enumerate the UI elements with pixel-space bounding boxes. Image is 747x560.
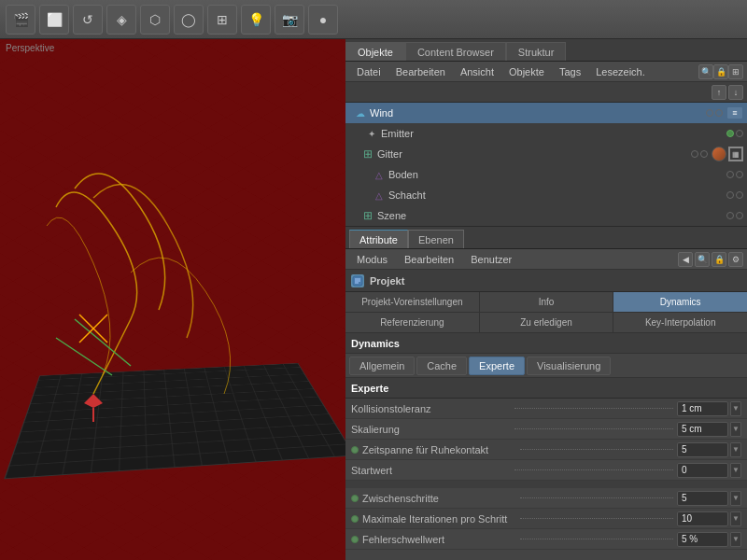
subtab-info[interactable]: Info <box>480 292 614 312</box>
kollisionstoleranz-input[interactable] <box>677 401 728 416</box>
lock-icon[interactable]: 🔒 <box>713 64 728 79</box>
emitter-icon: ✦ <box>364 126 379 141</box>
zeitspanne-indicator <box>351 446 359 454</box>
dot1 <box>726 212 734 219</box>
back-button[interactable]: ◀ <box>678 252 693 267</box>
overflow-button[interactable]: ≡ <box>726 106 743 119</box>
obj-row-wind[interactable]: ☁ Wind ≡ <box>345 103 747 123</box>
szene-name: Szene <box>377 210 723 221</box>
obj-row-schacht[interactable]: △ Schacht <box>345 185 747 205</box>
skalierung-arrow[interactable]: ▼ <box>730 422 741 437</box>
dot2 <box>736 171 743 178</box>
tab-ebenen[interactable]: Ebenen <box>408 230 464 248</box>
obj-up-button[interactable]: ↑ <box>712 85 726 100</box>
viewport[interactable]: Perspektive <box>0 39 345 560</box>
toolbar-camera-icon[interactable]: 📷 <box>275 5 304 35</box>
zwischenschritte-arrow[interactable]: ▼ <box>730 491 741 506</box>
menu-bearbeiten[interactable]: Bearbeiten <box>388 64 453 79</box>
zwischenschritte-input[interactable] <box>677 491 728 506</box>
menu-objekte[interactable]: Objekte <box>501 64 552 79</box>
toolbar-circle-icon[interactable]: ◯ <box>174 5 204 35</box>
menu-bar: Datei Bearbeiten Ansicht Objekte Tags Le… <box>345 62 747 82</box>
zeitspanne-input[interactable] <box>677 442 728 457</box>
viewport-label: Perspektive <box>6 43 54 53</box>
wind-name: Wind <box>370 107 702 119</box>
toolbar-hex-icon[interactable]: ⬡ <box>140 5 170 35</box>
toolbar-film-icon[interactable]: 🎬 <box>6 5 35 35</box>
toolbar-cube-icon[interactable]: ⬜ <box>39 5 69 35</box>
dyn-tab-experte[interactable]: Experte <box>469 357 525 375</box>
max-iterationen-indicator <box>351 515 359 523</box>
experte-title: Experte <box>351 383 388 394</box>
toolbar-diamond-icon[interactable]: ◈ <box>106 5 136 35</box>
right-panel: Objekte Content Browser Struktur Datei B… <box>345 39 747 560</box>
fehlerschwellwert-input[interactable] <box>677 532 728 547</box>
search-icon[interactable]: 🔍 <box>698 64 713 79</box>
gitter-dots <box>691 150 708 158</box>
ref-key-interpolation[interactable]: Key-Interpolation <box>613 313 747 332</box>
attr-settings-icon[interactable]: ⚙ <box>728 252 743 267</box>
obj-row-gitter[interactable]: ⊞ Gitter ▦ <box>345 144 747 164</box>
attr-bearbeiten[interactable]: Bearbeiten <box>397 252 461 267</box>
subtab-projekt-voreinstellungen[interactable]: Projekt-Voreinstellungen <box>345 292 480 312</box>
toolbar-object-icon[interactable]: ● <box>308 5 338 35</box>
skalierung-input[interactable] <box>677 422 728 437</box>
expand-icon[interactable]: ⊞ <box>728 64 743 79</box>
param-spacer <box>345 481 747 488</box>
tab-bar: Objekte Content Browser Struktur <box>345 39 747 62</box>
dyn-tab-cache[interactable]: Cache <box>416 357 467 375</box>
max-iterationen-input[interactable] <box>677 511 728 526</box>
object-toolbar: ↑ ↓ <box>345 82 747 103</box>
dot1 <box>726 191 734 199</box>
tab-objekte[interactable]: Objekte <box>345 42 405 61</box>
toolbar-grid-icon[interactable]: ⊞ <box>207 5 237 35</box>
max-iterationen-arrow[interactable]: ▼ <box>730 511 741 526</box>
experte-section-header: Experte <box>345 378 747 399</box>
attr-toolbar-left: Modus Bearbeiten Benutzer <box>349 252 519 267</box>
tab-attribute[interactable]: Attribute <box>349 230 408 248</box>
dyn-tab-allgemein[interactable]: Allgemein <box>349 357 415 375</box>
obj-row-boden[interactable]: △ Boden <box>345 164 747 185</box>
fehlerschwellwert-arrow[interactable]: ▼ <box>730 532 741 547</box>
subtab-dynamics[interactable]: Dynamics <box>613 292 747 312</box>
project-icon <box>351 274 364 287</box>
boden-dots <box>726 171 743 178</box>
startwert-arrow[interactable]: ▼ <box>730 463 741 478</box>
skalierung-label: Skalierung <box>351 424 511 435</box>
boden-icon: △ <box>372 167 387 182</box>
dot2 <box>736 130 743 137</box>
toolbar-rotate-icon[interactable]: ↺ <box>73 5 103 35</box>
ref-zu-erledigen[interactable]: Zu erledigen <box>480 313 614 332</box>
attr-benutzer[interactable]: Benutzer <box>463 252 519 267</box>
kollisionstoleranz-arrow[interactable]: ▼ <box>730 401 741 416</box>
attr-modus[interactable]: Modus <box>349 252 395 267</box>
param-row-kollisionstoleranz: Kollisionstoleranz ▼ <box>345 399 747 419</box>
ref-referenzierung[interactable]: Referenzierung <box>345 313 480 332</box>
dyn-tab-visualisierung[interactable]: Visualisierung <box>527 357 611 375</box>
startwert-input[interactable] <box>677 463 728 478</box>
obj-down-button[interactable]: ↓ <box>728 85 743 100</box>
obj-row-emitter[interactable]: ✦ Emitter <box>345 123 747 144</box>
dot2 <box>736 212 743 219</box>
obj-row-szene[interactable]: ⊞ Szene <box>345 205 747 226</box>
menu-lesezeich[interactable]: Lesezeich. <box>588 64 653 79</box>
project-header: Projekt <box>345 270 747 292</box>
menu-tags[interactable]: Tags <box>552 64 588 79</box>
tab-struktur[interactable]: Struktur <box>506 42 567 61</box>
zeitspanne-arrow[interactable]: ▼ <box>730 442 741 457</box>
menu-ansicht[interactable]: Ansicht <box>453 64 501 79</box>
param-row-startwert: Startwert ▼ <box>345 460 747 481</box>
attr-lock-icon[interactable]: 🔒 <box>712 252 726 267</box>
menu-datei[interactable]: Datei <box>349 64 388 79</box>
attr-search-icon[interactable]: 🔍 <box>695 252 710 267</box>
skalierung-value-wrap: ▼ <box>677 422 741 437</box>
tab-content-browser[interactable]: Content Browser <box>405 42 506 61</box>
dot1 <box>726 171 734 178</box>
schacht-name: Schacht <box>388 189 723 201</box>
dot1 <box>706 109 713 117</box>
toolbar-bulb-icon[interactable]: 💡 <box>241 5 271 35</box>
fehlerschwellwert-indicator <box>351 536 359 543</box>
szene-dots <box>726 212 743 219</box>
szene-icon: ⊞ <box>360 208 375 223</box>
schacht-dots <box>726 191 743 199</box>
